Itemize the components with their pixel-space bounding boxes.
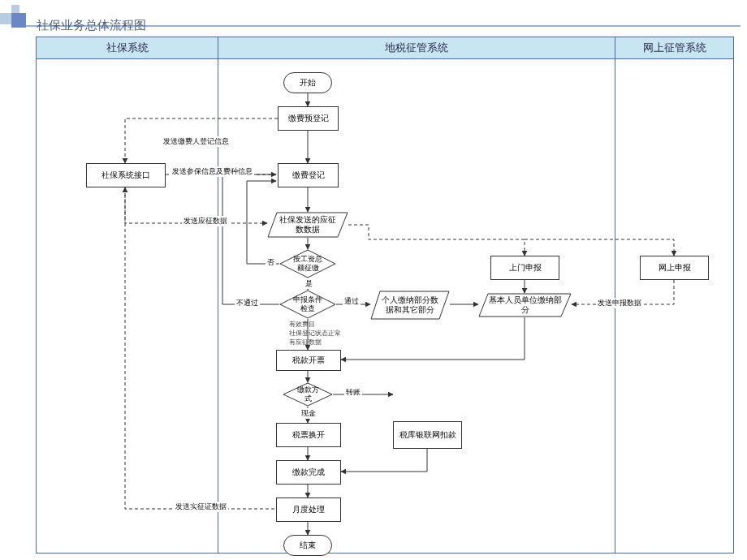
edge-label-send-verify: 发送实征证数据 [174,502,228,512]
edge-label-yes: 是 [304,278,314,289]
lane-header-local-tax: 地税征管系统 [218,37,615,59]
edge-label-send-insure-info: 发送参保信息及费种信息 [171,166,254,177]
node-end: 结束 [283,535,332,556]
edge-label-no: 否 [266,257,276,268]
node-tax-billing: 税款开票 [276,350,341,371]
node-start: 开始 [283,72,332,93]
node-door-report: 上门申报 [490,256,559,280]
edge-label-cash: 现金 [300,408,317,419]
swimlane-diagram: 社保系统 地税征管系统 网上征管系统 [36,37,734,556]
node-cond-check-decision: 申报条件检查 [279,290,336,319]
node-sent-levy-data: 社保发送的应征数数据 [267,212,348,238]
node-online-report: 网上申报 [640,256,709,280]
edge-label-send-reg-info: 发送缴费人登记信息 [162,136,231,147]
node-pay-mode-decision: 缴款方式 [283,382,333,407]
node-pay-done: 缴款完成 [276,460,341,485]
page-title: 社保业务总体流程图 [37,18,146,33]
edge-label-transfer: 转账 [344,387,362,398]
node-person-part-data: 个人缴纳部分数据和其它部分 [370,291,450,320]
cond-check-notes: 有效费目 社保登记状态正常 有应征数据 [289,321,341,347]
node-reg: 缴费登记 [278,163,339,187]
node-bank-net: 税库银联网扣款 [393,421,462,449]
node-by-wage-decision: 按工资总额征缴 [279,249,336,278]
node-month-proc: 月度处理 [276,498,341,522]
lane-header-online: 网上征管系统 [615,37,734,59]
slide-decoration [0,0,31,560]
node-swap-bill: 税票换开 [276,423,341,447]
node-sb-interface: 社保系统接口 [86,163,166,187]
edge-label-not-pass: 不通过 [235,298,260,308]
edge-label-send-levy: 发送应征数据 [182,216,229,226]
node-pre-reg: 缴费预登记 [278,106,339,131]
edge-label-send-rpt: 发送申报数据 [596,298,643,308]
edge-label-pass: 通过 [343,296,361,307]
lane-body-social [36,58,218,554]
node-unit-part-data: 基本人员单位缴纳部分 [478,293,572,317]
lane-header-social: 社保系统 [36,37,218,59]
